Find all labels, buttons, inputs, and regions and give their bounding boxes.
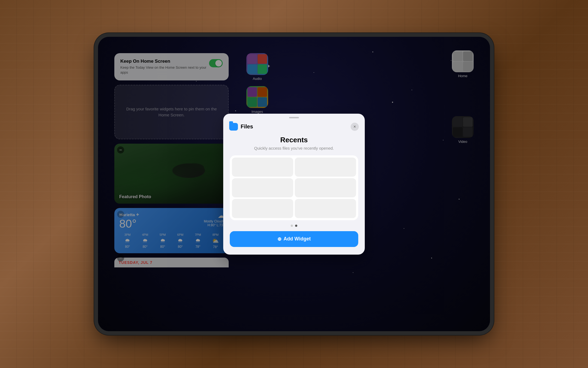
modal-title-area: Files [229,123,253,131]
preview-cell-2 [295,158,356,177]
add-widget-button[interactable]: ⊕ Add Widget [230,231,358,247]
ipad-frame: ✦ Keep On Home Screen Keep the Today Vie… [98,37,490,331]
files-folder-icon-wrapper [229,123,238,131]
add-widget-label: Add Widget [284,236,311,242]
modal-overlay[interactable]: Files × Recents Quickly access files you… [98,37,490,331]
files-modal: Files × Recents Quickly access files you… [223,114,365,255]
add-widget-icon: ⊕ [277,236,281,242]
modal-title: Files [241,123,253,130]
preview-cell-1 [232,158,293,177]
modal-content-subtitle: Quickly access files you've recently ope… [223,146,365,150]
pagination-dot-1 [291,225,293,227]
preview-cell-6 [295,199,356,218]
pagination-dot-2 [295,225,297,227]
widget-preview-grid [230,155,358,220]
preview-cell-5 [232,199,293,218]
pagination-dots [223,225,365,227]
preview-cell-4 [295,178,356,197]
files-folder-icon [229,123,238,131]
preview-cell-3 [232,178,293,197]
modal-header: Files × [223,118,365,133]
ipad-screen: ✦ Keep On Home Screen Keep the Today Vie… [98,37,490,331]
modal-close-button[interactable]: × [351,123,359,131]
modal-content-title: Recents [223,136,365,144]
